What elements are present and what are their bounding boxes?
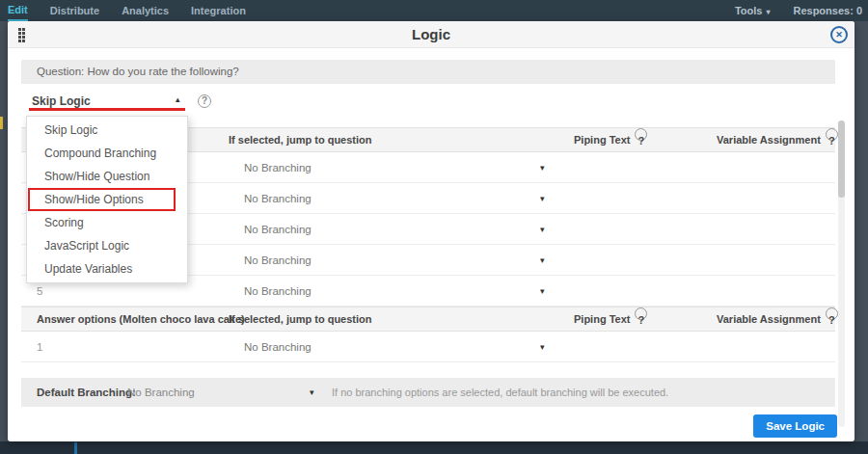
default-branching-select[interactable]: No Branching (127, 378, 195, 407)
help-icon[interactable]: ? (826, 128, 838, 141)
chevron-down-icon[interactable]: ▾ (310, 378, 314, 407)
nav-tab-distribute[interactable]: Distribute (50, 1, 99, 20)
close-icon[interactable]: ✕ (830, 26, 848, 43)
answer-options-column-header: Answer options (Molten choco lava cake) (37, 307, 245, 332)
chevron-down-icon[interactable]: ▾ (540, 245, 545, 276)
help-icon[interactable]: ? (635, 307, 647, 320)
branching-select[interactable]: No Branching (244, 276, 312, 307)
question-bar: Question: How do you rate the following? (21, 60, 835, 84)
option-label: 1 (37, 332, 42, 362)
default-branching-note: If no branching options are selected, de… (332, 378, 668, 407)
help-icon[interactable]: ? (635, 128, 647, 141)
tools-label: Tools (735, 5, 763, 16)
dropdown-item-skip-logic[interactable]: Skip Logic (27, 119, 187, 142)
branching-select[interactable]: No Branching (244, 214, 312, 245)
nav-tab-analytics[interactable]: Analytics (122, 1, 169, 20)
top-nav-tabs: EditDistributeAnalyticsIntegration (8, 0, 246, 21)
tools-menu[interactable]: Tools▾ (735, 5, 771, 16)
dropdown-item-update-variables[interactable]: Update Variables (27, 257, 187, 280)
page-behind-modal (0, 441, 868, 454)
default-branching-bar: Default Branching: No Branching ▾ If no … (21, 378, 835, 407)
app-root: EditDistributeAnalyticsIntegration Tools… (0, 0, 868, 454)
logic-type-dropdown-menu: Skip LogicCompound BranchingShow/Hide Qu… (26, 116, 188, 283)
select-underline-highlight (29, 108, 185, 111)
default-branching-label: Default Branching: (37, 378, 136, 407)
chevron-down-icon[interactable]: ▾ (540, 214, 545, 245)
chevron-down-icon[interactable]: ▾ (540, 183, 545, 214)
table-row: 1No Branching▾ (21, 332, 835, 362)
piping-column-header: Piping Text? (574, 128, 630, 152)
branching-select[interactable]: No Branching (244, 183, 312, 214)
jump-column-header: If selected, jump to question (229, 307, 372, 332)
branching-select[interactable]: No Branching (244, 245, 312, 276)
dropdown-item-show-hide-options[interactable]: Show/Hide Options (28, 188, 176, 211)
variable-column-header: Variable Assignment? (717, 307, 821, 332)
responses-count: Responses: 0 (793, 5, 862, 16)
modal-header: Logic ✕ (8, 21, 854, 48)
nav-tab-edit[interactable]: Edit (8, 0, 28, 21)
dropdown-item-scoring[interactable]: Scoring (27, 211, 187, 234)
branching-select[interactable]: No Branching (244, 152, 312, 183)
question-label: Question: How do you rate the following? (37, 66, 239, 77)
modal-title: Logic (8, 21, 854, 48)
topbar-right: Tools▾ Responses: 0 (735, 5, 862, 16)
scrollbar-thumb[interactable] (838, 120, 845, 198)
piping-column-header: Piping Text? (574, 307, 630, 332)
chevron-down-icon: ▾ (766, 8, 770, 16)
dropdown-item-show-hide-question[interactable]: Show/Hide Question (27, 165, 187, 188)
side-tab-notch (0, 117, 3, 129)
help-icon[interactable]: ? (826, 307, 838, 320)
save-logic-button[interactable]: Save Logic (753, 414, 837, 438)
chevron-down-icon[interactable]: ▾ (540, 332, 545, 362)
chevron-down-icon[interactable]: ▾ (540, 276, 545, 307)
nav-tab-integration[interactable]: Integration (191, 1, 246, 20)
variable-column-header: Variable Assignment? (717, 128, 821, 152)
jump-column-header: If selected, jump to question (229, 128, 372, 152)
chevron-up-icon[interactable]: ▴ (176, 94, 180, 104)
help-icon[interactable]: ? (198, 94, 211, 108)
page-accent-sliver (74, 442, 77, 454)
branching-select[interactable]: No Branching (244, 332, 312, 362)
chevron-down-icon[interactable]: ▾ (540, 152, 545, 183)
logic-type-select[interactable]: Skip Logic (32, 94, 91, 108)
scrollbar-track[interactable] (838, 120, 845, 427)
dropdown-item-javascript-logic[interactable]: JavaScript Logic (27, 234, 187, 257)
section-header: Answer options (Molten choco lava cake)I… (21, 307, 835, 332)
dropdown-item-compound-branching[interactable]: Compound Branching (27, 142, 187, 165)
logic-modal: Logic ✕ Question: How do you rate the fo… (8, 21, 854, 441)
top-navigation-bar: EditDistributeAnalyticsIntegration Tools… (0, 0, 868, 21)
